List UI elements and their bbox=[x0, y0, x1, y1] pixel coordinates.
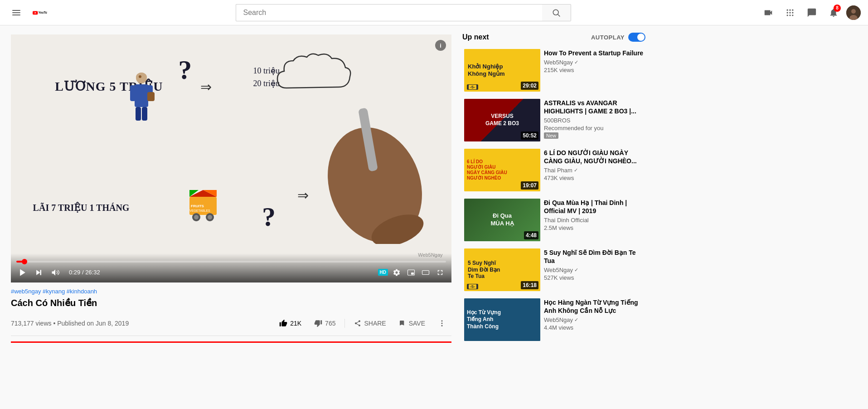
sidebar-video-info: Đi Qua Mùa Hạ | Thai Dinh | Official MV … bbox=[544, 199, 644, 241]
info-button[interactable]: i bbox=[435, 40, 446, 51]
pip-button[interactable] bbox=[405, 267, 417, 278]
verified-icon: ✓ bbox=[574, 167, 578, 173]
sidebar-channel-name: Thai Pham✓ bbox=[544, 167, 644, 174]
svg-point-7 bbox=[553, 10, 558, 15]
sidebar: Up next AUTOPLAY Khởi NghiệpKhông Ngủm -… bbox=[462, 25, 653, 409]
sidebar-thumb: 5 Suy NghĩDìm Đời BạnTe Tua -5- 16:18 bbox=[464, 248, 540, 291]
create-video-button[interactable] bbox=[759, 4, 777, 22]
more-button[interactable] bbox=[432, 316, 451, 331]
progress-dot bbox=[22, 259, 27, 264]
video-frame: LƯƠNG 5 TRIỆU ? ⇒ 10 triệu20 triệu bbox=[11, 34, 451, 282]
header-center bbox=[47, 4, 759, 21]
video-question2: ? bbox=[262, 201, 276, 233]
video-title: Cách Có Nhiều Tiền bbox=[11, 297, 451, 308]
sidebar-video-item[interactable]: Học Từ VựngTiếng AnhThành Công Học Hàng … bbox=[462, 297, 645, 343]
sidebar-video-item[interactable]: Khởi NghiệpKhông Ngủm -5- 29:02 How To P… bbox=[462, 47, 645, 93]
sidebar-channel-name: 500BROS bbox=[544, 117, 644, 124]
svg-line-8 bbox=[558, 14, 560, 16]
volume-button[interactable] bbox=[49, 266, 62, 279]
sidebar-video-title: 5 Suy Nghĩ Sẽ Dìm Đời Bạn Te Tua bbox=[544, 248, 644, 265]
sidebar-channel-name: Web5Ngay✓ bbox=[544, 267, 644, 273]
video-player[interactable]: LƯƠNG 5 TRIỆU ? ⇒ 10 triệu20 triệu bbox=[11, 34, 451, 282]
svg-point-19 bbox=[851, 9, 856, 14]
video-views: 713,177 views • Published on Jun 8, 2019 bbox=[11, 320, 129, 327]
save-icon bbox=[399, 320, 406, 327]
svg-rect-2 bbox=[12, 15, 20, 15]
theater-button[interactable] bbox=[420, 267, 432, 278]
thumb-duration: 29:02 bbox=[521, 82, 538, 90]
notifications-button[interactable]: 8 bbox=[824, 4, 843, 22]
hamburger-button[interactable] bbox=[7, 4, 25, 22]
logo[interactable]: YouTube VN bbox=[33, 8, 47, 18]
hamburger-icon bbox=[12, 7, 20, 18]
autoplay-toggle[interactable] bbox=[628, 33, 645, 42]
sidebar-channel-name: Web5Ngay✓ bbox=[544, 316, 644, 323]
svg-point-17 bbox=[792, 15, 793, 16]
like-button[interactable]: 21K bbox=[274, 316, 307, 331]
settings-button[interactable] bbox=[391, 267, 402, 278]
header: YouTube VN bbox=[0, 0, 868, 25]
sidebar-video-meta: 2.5M views bbox=[544, 224, 644, 231]
video-actions: 21K 765 SHARE bbox=[274, 316, 451, 331]
header-right: 8 bbox=[759, 4, 861, 22]
sidebar-video-list: Khởi NghiệpKhông Ngủm -5- 29:02 How To P… bbox=[462, 47, 645, 343]
share-button[interactable]: SHARE bbox=[349, 316, 391, 331]
sidebar-video-item[interactable]: 6 LÍ DONGƯỜI GIÀUNGÀY CÀNG GIÀUNGƯỜI NGH… bbox=[462, 147, 645, 193]
play-button[interactable] bbox=[16, 266, 29, 279]
messages-button[interactable] bbox=[803, 4, 821, 22]
apps-icon bbox=[786, 8, 795, 17]
sidebar-video-title: How To Prevent a Startup Failure bbox=[544, 49, 644, 57]
dislike-button[interactable]: 765 bbox=[309, 316, 341, 331]
up-next-header: Up next AUTOPLAY bbox=[462, 33, 645, 42]
svg-rect-25 bbox=[136, 107, 141, 121]
save-button[interactable]: SAVE bbox=[393, 316, 431, 331]
new-badge: New bbox=[544, 132, 558, 139]
sidebar-thumb: Học Từ VựngTiếng AnhThành Công bbox=[464, 298, 540, 341]
notification-badge: 8 bbox=[834, 5, 841, 12]
sidebar-video-title: ASTRALIS vs AVANGAR HIGHLIGHTS | GAME 2 … bbox=[544, 99, 644, 115]
sidebar-video-item[interactable]: 5 Suy NghĩDìm Đời BạnTe Tua -5- 16:18 5 … bbox=[462, 247, 645, 293]
svg-marker-44 bbox=[36, 270, 40, 275]
svg-rect-23 bbox=[130, 85, 136, 101]
thumb-duration: 19:07 bbox=[521, 181, 538, 190]
verified-icon: ✓ bbox=[574, 59, 578, 65]
svg-rect-49 bbox=[422, 270, 429, 274]
sidebar-video-item[interactable]: Đi QuaMÙA HẠ 4:48 Đi Qua Mùa Hạ | Thai D… bbox=[462, 197, 645, 243]
svg-rect-1 bbox=[12, 12, 20, 13]
sidebar-video-title: 6 LÍ DO NGƯỜI GIÀU NGÀY CÀNG GIÀU, NGƯỜI… bbox=[544, 149, 644, 165]
youtube-logo-icon: YouTube VN bbox=[33, 8, 47, 18]
svg-marker-43 bbox=[20, 269, 25, 276]
video-tags[interactable]: #web5ngay #kynang #kinhdoanh bbox=[11, 288, 451, 295]
svg-rect-48 bbox=[411, 273, 414, 275]
share-icon bbox=[354, 320, 361, 327]
fullscreen-button[interactable] bbox=[434, 267, 446, 278]
svg-point-15 bbox=[787, 15, 788, 16]
search-button[interactable] bbox=[542, 4, 571, 21]
svg-rect-0 bbox=[12, 10, 20, 11]
video-hand bbox=[307, 72, 443, 245]
sidebar-channel-name: Thai Dinh Official bbox=[544, 217, 644, 224]
camera-icon bbox=[763, 8, 773, 18]
svg-point-29 bbox=[139, 75, 141, 78]
svg-rect-45 bbox=[40, 270, 42, 275]
avatar[interactable] bbox=[846, 5, 861, 20]
svg-text:VEGETABLES: VEGETABLES bbox=[189, 209, 210, 212]
video-content: LƯƠNG 5 TRIỆU ? ⇒ 10 triệu20 triệu bbox=[11, 34, 451, 282]
sidebar-video-item[interactable]: VERSUSGAME 2 BO3 50:52 ASTRALIS vs AVANG… bbox=[462, 97, 645, 143]
svg-point-37 bbox=[208, 215, 212, 219]
action-divider bbox=[344, 319, 345, 328]
sidebar-channel-name: Web5Ngay✓ bbox=[544, 59, 644, 66]
skip-button[interactable] bbox=[33, 266, 45, 279]
svg-point-14 bbox=[792, 12, 793, 13]
search-input[interactable] bbox=[236, 4, 542, 21]
sidebar-video-info: ASTRALIS vs AVANGAR HIGHLIGHTS | GAME 2 … bbox=[544, 99, 644, 141]
apps-button[interactable] bbox=[781, 4, 799, 22]
sidebar-video-info: Học Hàng Ngàn Từ Vựng Tiếng Anh Không Cầ… bbox=[544, 298, 644, 341]
video-player-wrapper: LƯƠNG 5 TRIỆU ? ⇒ 10 triệu20 triệu bbox=[11, 34, 451, 282]
header-left: YouTube VN bbox=[7, 4, 47, 22]
more-icon bbox=[438, 319, 446, 327]
progress-bar[interactable] bbox=[16, 261, 446, 263]
sidebar-thumb: VERSUSGAME 2 BO3 50:52 bbox=[464, 99, 540, 141]
svg-point-10 bbox=[789, 9, 790, 10]
svg-rect-26 bbox=[142, 107, 147, 121]
